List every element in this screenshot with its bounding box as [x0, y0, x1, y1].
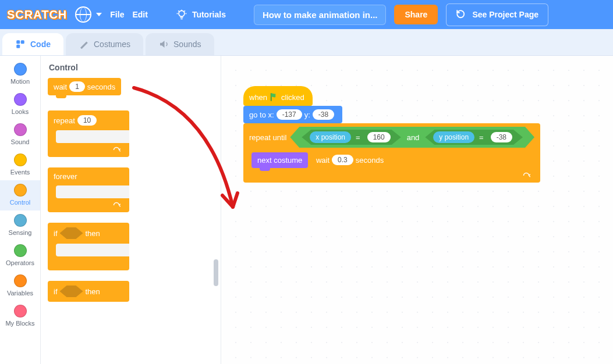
see-project-label: See Project Page [472, 10, 538, 19]
file-menu[interactable]: File [110, 10, 124, 19]
boolean-slot[interactable] [60, 286, 83, 297]
menubar: SCRATCH File Edit Tutorials How to make … [0, 0, 613, 29]
if-then-block[interactable]: if then [48, 223, 129, 270]
edit-menu[interactable]: Edit [132, 10, 147, 19]
y-position-reporter[interactable]: y position [433, 131, 474, 143]
wait-block[interactable]: wait 1 seconds [48, 78, 121, 95]
category-events[interactable]: Events [0, 150, 40, 180]
costumes-icon [79, 39, 89, 49]
equals-label: = [479, 133, 484, 142]
palette-scrollbar-thumb[interactable] [214, 259, 218, 286]
tutorials-button[interactable]: Tutorials [176, 9, 226, 20]
forever-label: forever [54, 172, 77, 181]
category-operators[interactable]: Operators [0, 241, 40, 271]
category-looks[interactable]: Looks [0, 90, 40, 120]
category-dot-icon [14, 184, 27, 197]
category-label: Control [10, 199, 30, 206]
equals-operator-block-1[interactable]: x position = 160 [302, 130, 401, 145]
wait-label: wait [316, 156, 329, 165]
wait-value-script[interactable]: 0.3 [332, 155, 353, 165]
loop-arrow-icon [113, 201, 123, 209]
globe-icon [75, 6, 91, 23]
if-then-else-block[interactable]: if then [48, 281, 129, 302]
svg-rect-1 [16, 40, 20, 44]
category-my-blocks[interactable]: My Blocks [0, 301, 40, 331]
equals-operator-block-2[interactable]: y position = -38 [425, 130, 523, 145]
share-button[interactable]: Share [394, 5, 438, 24]
if-label: if [54, 287, 58, 296]
category-dot-icon [14, 305, 27, 317]
goto-xy-block[interactable]: go to x: -137 y: -38 [243, 106, 342, 123]
category-label: Operators [6, 259, 34, 266]
redo-icon [456, 9, 466, 21]
repeat-value-input[interactable]: 10 [77, 115, 97, 126]
scratch-logo[interactable]: SCRATCH [7, 8, 67, 22]
caret-down-icon [96, 13, 102, 16]
category-label: Sound [11, 138, 30, 145]
category-sensing[interactable]: Sensing [0, 210, 40, 241]
svg-point-0 [179, 10, 185, 16]
language-selector[interactable] [75, 6, 102, 23]
wait-label: wait [54, 83, 67, 91]
tutorials-label: Tutorials [192, 10, 226, 19]
lightbulb-icon [176, 9, 187, 20]
wait-block-script[interactable]: wait 0.3 seconds [310, 151, 389, 169]
when-flag-clicked-block[interactable]: when clicked [243, 86, 313, 106]
next-costume-block[interactable]: next costume [251, 152, 308, 168]
then-label: then [86, 287, 100, 296]
boolean-slot[interactable] [60, 227, 83, 239]
goto-label: go to x: [249, 110, 274, 119]
repeat-label: repeat [54, 116, 75, 125]
and-operator-block[interactable]: x position = 160 and y position = -38 [290, 127, 534, 148]
next-costume-label: next costume [257, 156, 302, 165]
svg-rect-3 [16, 45, 20, 48]
svg-rect-2 [21, 40, 24, 44]
category-variables[interactable]: Variables [0, 271, 40, 301]
equals-label: = [356, 133, 360, 142]
if-label: if [54, 229, 58, 238]
category-label: Looks [12, 108, 29, 115]
seconds-label: seconds [356, 156, 384, 165]
tabs-row: Code Costumes Sounds [0, 29, 613, 56]
script-stack[interactable]: when clicked go to x: -137 y: -38 repeat… [243, 86, 540, 183]
repeat-block[interactable]: repeat 10 [48, 110, 129, 157]
tab-costumes[interactable]: Costumes [66, 33, 143, 55]
loop-arrow-icon [523, 172, 533, 180]
category-label: Motion [10, 78, 30, 85]
tab-sounds[interactable]: Sounds [146, 33, 214, 55]
loop-arrow-icon [113, 146, 123, 154]
x-position-reporter[interactable]: x position [310, 131, 351, 143]
category-control[interactable]: Control [0, 180, 40, 210]
goto-x-input[interactable]: -137 [277, 109, 302, 120]
category-dot-icon [14, 123, 27, 136]
category-dot-icon [14, 63, 27, 76]
category-dot-icon [14, 93, 27, 106]
see-project-button[interactable]: See Project Page [446, 3, 548, 26]
tab-code[interactable]: Code [2, 33, 63, 55]
seconds-label: seconds [87, 83, 115, 91]
script-canvas[interactable]: when clicked go to x: -137 y: -38 repeat… [221, 56, 613, 364]
category-label: Events [10, 169, 30, 176]
code-icon [15, 39, 26, 49]
and-label: and [407, 133, 420, 142]
tab-code-label: Code [30, 40, 51, 49]
equals-value-2[interactable]: -38 [491, 132, 512, 142]
category-label: My Blocks [5, 320, 34, 327]
repeat-until-label: repeat until [249, 133, 286, 142]
y-label: y: [304, 110, 310, 119]
goto-y-input[interactable]: -38 [313, 109, 334, 120]
category-dot-icon [14, 214, 27, 227]
category-dot-icon [14, 154, 27, 166]
forever-block[interactable]: forever [48, 167, 129, 212]
tab-costumes-label: Costumes [94, 40, 130, 49]
project-title-input[interactable]: How to make animation in... [254, 5, 387, 25]
category-sidebar: MotionLooksSoundEventsControlSensingOper… [0, 56, 41, 364]
when-label: when [249, 93, 267, 102]
equals-value-1[interactable]: 160 [367, 132, 391, 142]
repeat-until-block[interactable]: repeat until x position = 160 and y posi… [243, 123, 540, 183]
tab-sounds-label: Sounds [173, 40, 201, 49]
wait-value-input[interactable]: 1 [69, 81, 85, 92]
category-motion[interactable]: Motion [0, 59, 40, 90]
category-sound[interactable]: Sound [0, 120, 40, 150]
category-dot-icon [14, 244, 27, 257]
